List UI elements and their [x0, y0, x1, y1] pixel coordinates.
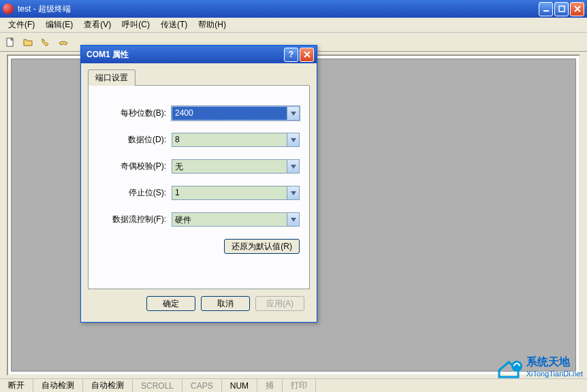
- baud-select[interactable]: 2400: [172, 106, 300, 120]
- maximize-button[interactable]: [554, 2, 569, 16]
- menubar: 文件(F) 编辑(E) 查看(V) 呼叫(C) 传送(T) 帮助(H): [0, 18, 587, 33]
- status-num: NUM: [222, 379, 257, 392]
- tab-strip: 端口设置: [88, 69, 310, 86]
- com-properties-dialog: COM1 属性 ? 端口设置 每秒位数(B): 2400 数据位(D): 8: [80, 45, 317, 323]
- parity-label: 奇偶校验(P):: [98, 161, 166, 172]
- dialog-help-button[interactable]: ?: [284, 48, 298, 62]
- parity-select[interactable]: 无: [172, 159, 300, 174]
- chevron-down-icon[interactable]: [287, 133, 299, 146]
- new-icon[interactable]: [4, 36, 16, 48]
- svg-rect-1: [559, 6, 565, 12]
- status-capture: 捕: [257, 379, 283, 392]
- status-scroll: SCROLL: [133, 379, 183, 392]
- menu-help[interactable]: 帮助(H): [193, 18, 232, 32]
- phone-icon[interactable]: [39, 36, 52, 48]
- dialog-buttons: 确定 取消 应用(A): [88, 289, 310, 314]
- status-detect2: 自动检测: [83, 379, 133, 392]
- status-print: 打印: [283, 379, 316, 392]
- databits-value: 8: [172, 133, 300, 147]
- dialog-titlebar[interactable]: COM1 属性 ?: [81, 46, 317, 63]
- stopbits-label: 停止位(S):: [98, 187, 166, 199]
- baud-label: 每秒位数(B):: [98, 108, 166, 119]
- flow-select[interactable]: 硬件: [172, 212, 300, 227]
- restore-defaults-button[interactable]: 还原为默认值(R): [224, 239, 300, 254]
- main-titlebar: test - 超级终端: [0, 0, 587, 18]
- menu-transfer[interactable]: 传送(T): [155, 18, 193, 32]
- ok-button[interactable]: 确定: [146, 296, 195, 311]
- cancel-button[interactable]: 取消: [201, 296, 250, 311]
- svg-rect-0: [543, 10, 549, 12]
- row-stopbits: 停止位(S): 1: [98, 186, 300, 200]
- databits-label: 数据位(D):: [98, 134, 166, 146]
- stopbits-value: 1: [172, 186, 300, 200]
- flow-value: 硬件: [172, 212, 300, 227]
- dialog-title: COM1 属性: [84, 49, 283, 61]
- row-flowcontrol: 数据流控制(F): 硬件: [98, 212, 300, 227]
- status-connection: 断开: [0, 379, 33, 392]
- baud-value: 2400: [172, 106, 300, 120]
- stopbits-select[interactable]: 1: [172, 186, 300, 200]
- minimize-button[interactable]: [539, 2, 553, 16]
- statusbar: 断开 自动检测 自动检测 SCROLL CAPS NUM 捕 打印: [0, 378, 587, 392]
- tab-panel: 每秒位数(B): 2400 数据位(D): 8 奇偶校验(P): 无: [88, 85, 310, 289]
- restore-row: 还原为默认值(R): [98, 239, 300, 254]
- menu-edit[interactable]: 编辑(E): [40, 18, 78, 32]
- chevron-down-icon[interactable]: [287, 107, 299, 120]
- row-databits: 数据位(D): 8: [98, 133, 300, 147]
- status-caps: CAPS: [183, 379, 222, 392]
- window-title: test - 超级终端: [18, 3, 539, 15]
- row-parity: 奇偶校验(P): 无: [98, 159, 300, 174]
- open-icon[interactable]: [22, 36, 34, 48]
- apply-button[interactable]: 应用(A): [255, 296, 304, 311]
- dialog-close-button[interactable]: [300, 48, 314, 62]
- status-detect1: 自动检测: [33, 379, 83, 392]
- menu-call[interactable]: 呼叫(C): [116, 18, 155, 32]
- close-button[interactable]: [570, 2, 584, 16]
- flow-label: 数据流控制(F):: [98, 214, 166, 225]
- dialog-body: 端口设置 每秒位数(B): 2400 数据位(D): 8 奇偶校验(P):: [81, 63, 317, 322]
- chevron-down-icon[interactable]: [287, 213, 299, 226]
- chevron-down-icon[interactable]: [287, 186, 299, 199]
- chevron-down-icon[interactable]: [287, 160, 299, 173]
- menu-file[interactable]: 文件(F): [3, 18, 40, 32]
- databits-select[interactable]: 8: [172, 133, 300, 147]
- app-icon: [3, 3, 14, 14]
- menu-view[interactable]: 查看(V): [78, 18, 116, 32]
- hangup-icon[interactable]: [57, 36, 69, 48]
- window-controls: [539, 2, 584, 16]
- parity-value: 无: [172, 159, 300, 174]
- tab-port-settings[interactable]: 端口设置: [88, 69, 136, 86]
- row-baud: 每秒位数(B): 2400: [98, 106, 300, 120]
